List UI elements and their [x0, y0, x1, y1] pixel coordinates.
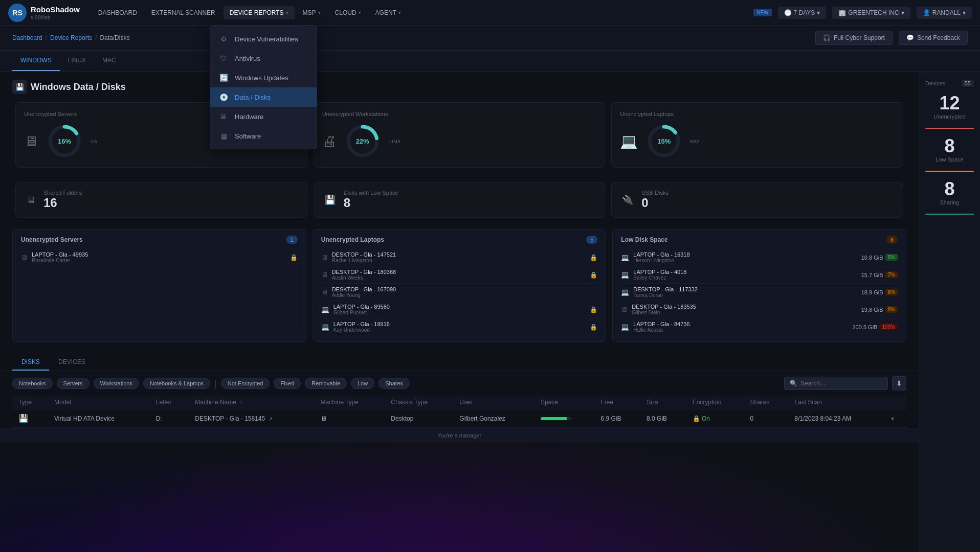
dropdown-antivirus[interactable]: 🛡 Antivirus	[210, 49, 317, 68]
chip-removable[interactable]: Removable	[305, 378, 347, 389]
nav-msp[interactable]: MSP ▾	[297, 6, 327, 19]
alert-disk-3[interactable]: 🖥 DESKTOP - Gla - 183535 Gilbert Stein 1…	[621, 301, 898, 318]
chip-notebooks-laptops[interactable]: Notebooks & Laptops	[143, 378, 210, 389]
data-table: Type Model Letter Machine Name ↑ Machine…	[12, 396, 906, 428]
nav-cloud[interactable]: CLOUD ▾	[329, 6, 367, 19]
dropdown-windows-updates[interactable]: 🔄 Windows Updates	[210, 68, 317, 87]
logo-icon: RS	[8, 4, 27, 22]
stat-lowspace: 8 Low Space	[925, 137, 974, 163]
filter-search: 🔍 ⬇	[784, 376, 906, 390]
building-icon: 🏢	[838, 9, 846, 16]
breadcrumb-dashboard[interactable]: Dashboard	[12, 34, 42, 41]
sub-card-lowspace: 💾 Disks with Low Space 8	[314, 182, 606, 218]
chip-servers[interactable]: Servers	[57, 378, 90, 389]
chip-not-encrypted[interactable]: Not Encrypted	[221, 378, 270, 389]
summary-card-workstations: Unencrypted Workstations 🖨 22% 11/49	[314, 102, 606, 168]
alert-row-laptop-4[interactable]: 💻 LAPTOP - Gla - 19916 Kay Underwood 🔒	[321, 318, 598, 335]
servers-donut-pct: 16%	[58, 137, 71, 145]
dropdown-vulnerabilities[interactable]: ⚙ Device Vulnerabilities	[210, 29, 317, 49]
workstations-donut: 22%	[345, 123, 381, 159]
cell-free: 6.9 GiB	[595, 409, 641, 428]
alert-disk-1[interactable]: 💻 LAPTOP - Gla - 4018 Bailey Chavez 15.7…	[621, 266, 898, 284]
dropdown-hardware[interactable]: 🖥 Hardware	[210, 107, 317, 126]
search-input[interactable]	[800, 380, 882, 387]
cell-machine-name[interactable]: DESKTOP - Gla - 158145 ↗	[189, 409, 314, 428]
alert-disk-4[interactable]: 💻 LAPTOP - Gla - 84736 Hallie Acosta 200…	[621, 318, 898, 335]
device-reports-dropdown: ⚙ Device Vulnerabilities 🛡 Antivirus 🔄 W…	[210, 26, 317, 149]
wave-bg	[0, 424, 919, 552]
col-user: User	[453, 396, 534, 409]
tab-linux[interactable]: LINUX	[60, 51, 94, 71]
content-tab-devices[interactable]: DEVICES	[49, 354, 95, 371]
cell-machine-type: 🖥	[315, 409, 385, 428]
dropdown-data-disks[interactable]: 💿 Data / Disks	[210, 87, 317, 107]
table-row[interactable]: 💾 Virtual HD ATA Device D: DESKTOP - Gla…	[12, 409, 906, 428]
company-selector[interactable]: 🏢 GREENTECH INC ▾	[832, 7, 910, 19]
chip-fixed[interactable]: Fixed	[274, 378, 301, 389]
os-tabs-bar: WINDOWS LINUX MAC	[0, 51, 980, 72]
nav-agent[interactable]: AGENT ▾	[369, 6, 407, 19]
msp-caret: ▾	[318, 10, 321, 15]
usb-icon: 🔌	[622, 194, 633, 205]
search-box[interactable]: 🔍	[784, 377, 888, 390]
alert-row-laptop-2[interactable]: 🖥 DESKTOP - Gla - 167090 Addie Young	[321, 284, 598, 301]
days-selector[interactable]: 🕐 7 DAYS ▾	[778, 7, 827, 19]
machine-type-icon: 🖥	[321, 415, 327, 422]
sub-cards: 🖥 Shared Folders 16 💾 Disks with Low Spa…	[0, 179, 919, 229]
dropdown-software[interactable]: ▦ Software	[210, 126, 317, 146]
alert-row-laptop-3[interactable]: 💻 LAPTOP - Gla - 89580 Gilbert Puckett 🔒	[321, 301, 598, 318]
nav-items: DASHBOARD EXTERNAL SCANNER DEVICE REPORT…	[92, 6, 753, 19]
headset-icon: 🎧	[823, 34, 831, 41]
chip-shares[interactable]: Shares	[378, 378, 410, 389]
alert-row-laptop-1[interactable]: 🖥 DESKTOP - Gla - 180368 Austin Weeks 🔒	[321, 266, 598, 284]
chip-workstations[interactable]: Workstations	[94, 378, 139, 389]
summary-card-laptops: Unencrypted Laptops 💻 15% 5/32	[611, 102, 903, 168]
cell-size: 8.0 GiB	[640, 409, 686, 428]
chip-notebooks[interactable]: Notebooks	[12, 378, 53, 389]
col-model: Model	[48, 396, 150, 409]
lock-icon-1: 🔒	[590, 254, 597, 261]
feedback-btn[interactable]: 💬 Send Feedback	[899, 31, 968, 45]
logo[interactable]: RS RoboShadow # 88f4eb	[8, 4, 80, 22]
breadcrumb-device-reports[interactable]: Device Reports	[50, 34, 92, 41]
tab-mac[interactable]: MAC	[94, 51, 124, 71]
alert-sections: Unencrypted Servers 1 🖥 LAPTOP - Gla - 4…	[0, 229, 919, 350]
col-size: Size	[640, 396, 686, 409]
shared-folder-icon: 🖥	[26, 195, 35, 205]
workstation-icon: 🖨	[322, 133, 337, 150]
nav-external-scanner[interactable]: EXTERNAL SCANNER	[145, 6, 221, 19]
content-tabs: DISKS DEVICES	[0, 350, 919, 371]
updates-icon: 🔄	[218, 73, 229, 83]
col-free: Free	[595, 396, 641, 409]
download-btn[interactable]: ⬇	[892, 376, 906, 390]
external-link-icon[interactable]: ↗	[269, 416, 273, 422]
alert-row-laptop-0[interactable]: 🖥 DESKTOP - Gla - 147521 Rachel Livingst…	[321, 249, 598, 266]
nav-dashboard[interactable]: DASHBOARD	[92, 6, 143, 19]
alert-laptops: Unencrypted Laptops 5 🖥 DESKTOP - Gla - …	[313, 229, 607, 342]
lock-icon-4: 🔒	[590, 324, 597, 331]
server-icon: 🖥	[24, 133, 38, 150]
alert-disk-2[interactable]: 💻 DESKTOP - Gla - 117332 Tamra Duran 18.…	[621, 284, 898, 301]
space-fill	[541, 417, 567, 420]
alert-row-server-0[interactable]: 🖥 LAPTOP - Gla - 49935 Rosalinda Carter …	[21, 249, 298, 266]
alert-disk-0[interactable]: 💻 LAPTOP - Gla - 16318 Herson Livingston…	[621, 249, 898, 266]
content-tab-disks[interactable]: DISKS	[12, 354, 49, 371]
laptops-donut: 15%	[646, 123, 682, 159]
user-menu[interactable]: 👤 RANDALL ▾	[917, 7, 972, 19]
days-caret: ▾	[817, 9, 820, 16]
cell-shares: 0	[744, 409, 789, 428]
expand-icon[interactable]: ▾	[891, 415, 894, 422]
chip-low[interactable]: Low	[351, 378, 374, 389]
page-title: 💾 Windows Data / Disks	[12, 80, 126, 94]
workstations-donut-fraction: 11/49	[389, 139, 400, 144]
sub-card-usb: 🔌 USB Disks 0	[611, 182, 903, 218]
cyber-support-btn[interactable]: 🎧 Full Cyber Support	[815, 31, 893, 45]
tab-windows[interactable]: WINDOWS	[12, 51, 60, 71]
enc-lock-icon: 🔒	[693, 415, 702, 422]
user-icon: 👤	[923, 9, 930, 16]
disk-type-icon: 💾	[18, 414, 29, 423]
nav-device-reports[interactable]: DEVICE REPORTS ▾	[224, 6, 295, 19]
cell-last-scan: 8/1/2023 8:04:23 AM	[788, 409, 885, 428]
cell-expand[interactable]: ▾	[885, 409, 906, 428]
col-machine-name[interactable]: Machine Name ↑	[189, 396, 314, 409]
